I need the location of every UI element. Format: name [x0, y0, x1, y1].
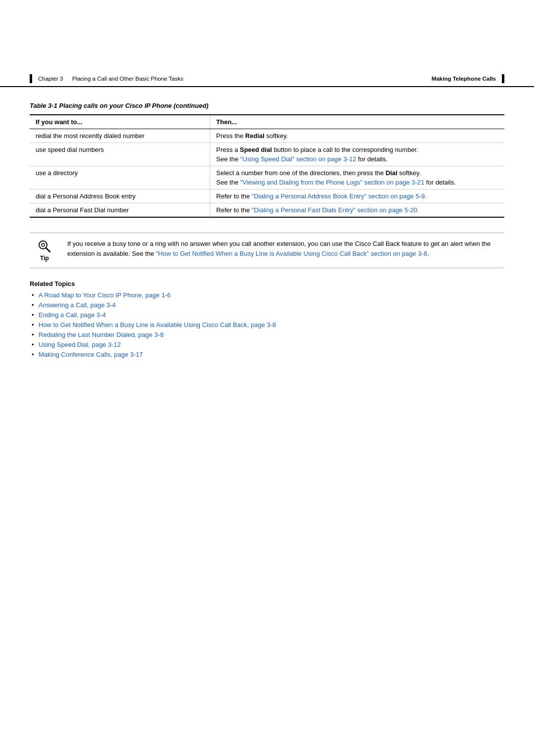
- header-left: Chapter 3 Placing a Call and Other Basic…: [30, 74, 183, 83]
- list-item: Using Speed Dial, page 3-12: [30, 341, 504, 348]
- related-link-2[interactable]: Answering a Call, page 3-4: [39, 301, 116, 309]
- svg-point-1: [42, 243, 44, 246]
- related-link-6[interactable]: Using Speed Dial, page 3-12: [39, 341, 121, 348]
- list-item: Redialing the Last Number Dialed, page 3…: [30, 331, 504, 338]
- list-item: Making Conference Calls, page 3-17: [30, 351, 504, 358]
- row1-col2: Press the Redial softkey.: [210, 129, 504, 143]
- row1-col1: redial the most recently dialed number: [30, 129, 210, 143]
- row2-col2: Press a Speed dial button to place a cal…: [210, 143, 504, 166]
- col1-header: If you want to...: [30, 115, 210, 129]
- related-link-7[interactable]: Making Conference Calls, page 3-17: [39, 351, 143, 358]
- row4-col1: dial a Personal Address Book entry: [30, 189, 210, 203]
- list-item: Ending a Call, page 3-4: [30, 311, 504, 319]
- list-item: How to Get Notified When a Busy Line is …: [30, 321, 504, 329]
- table-row: redial the most recently dialed number P…: [30, 129, 504, 143]
- address-book-link[interactable]: "Dialing a Personal Address Book Entry" …: [252, 192, 427, 200]
- row5-col1: dial a Personal Fast Dial number: [30, 203, 210, 218]
- related-topics-title: Related Topics: [30, 280, 504, 287]
- row2-col1: use speed dial numbers: [30, 143, 210, 166]
- speed-dial-link[interactable]: "Using Speed Dial" section on page 3-12: [240, 155, 356, 163]
- related-topics-list: A Road Map to Your Cisco IP Phone, page …: [30, 291, 504, 358]
- list-item: Answering a Call, page 3-4: [30, 301, 504, 309]
- main-content: Table 3-1 Placing calls on your Cisco IP…: [0, 87, 534, 380]
- row3-col2: Select a number from one of the director…: [210, 166, 504, 189]
- header-right: Making Telephone Calls: [432, 74, 504, 83]
- related-link-4[interactable]: How to Get Notified When a Busy Line is …: [39, 321, 276, 329]
- table-row: use a directory Select a number from one…: [30, 166, 504, 189]
- col2-header: Then...: [210, 115, 504, 129]
- related-link-3[interactable]: Ending a Call, page 3-4: [39, 311, 106, 319]
- chapter-title: Placing a Call and Other Basic Phone Tas…: [72, 76, 183, 82]
- row5-col2: Refer to the "Dialing a Personal Fast Di…: [210, 203, 504, 218]
- row3-col1: use a directory: [30, 166, 210, 189]
- related-link-5[interactable]: Redialing the Last Number Dialed, page 3…: [39, 331, 164, 338]
- tip-label: Tip: [40, 255, 49, 262]
- related-topics: Related Topics A Road Map to Your Cisco …: [30, 280, 504, 358]
- table-row: dial a Personal Fast Dial number Refer t…: [30, 203, 504, 218]
- section-title: Making Telephone Calls: [432, 76, 496, 82]
- tip-icon-area: Tip: [30, 239, 59, 262]
- row4-col2: Refer to the "Dialing a Personal Address…: [210, 189, 504, 203]
- tip-text: If you receive a busy tone or a ring wit…: [67, 239, 504, 258]
- fast-dial-link[interactable]: "Dialing a Personal Fast Dials Entry" se…: [252, 206, 419, 214]
- call-back-tip-link[interactable]: "How to Get Notified When a Busy Line is…: [156, 250, 427, 257]
- table-row: use speed dial numbers Press a Speed dia…: [30, 143, 504, 166]
- main-table: If you want to... Then... redial the mos…: [30, 114, 504, 218]
- tip-section: Tip If you receive a busy tone or a ring…: [30, 233, 504, 268]
- svg-line-2: [46, 248, 50, 252]
- page-container: Chapter 3 Placing a Call and Other Basic…: [0, 69, 534, 756]
- header-left-accent: [30, 74, 32, 83]
- tip-icon: [37, 239, 52, 254]
- list-item: A Road Map to Your Cisco IP Phone, page …: [30, 291, 504, 299]
- header-right-accent: [502, 74, 504, 83]
- table-row: dial a Personal Address Book entry Refer…: [30, 189, 504, 203]
- related-link-1[interactable]: A Road Map to Your Cisco IP Phone, page …: [39, 291, 171, 299]
- header-bar: Chapter 3 Placing a Call and Other Basic…: [0, 69, 534, 87]
- phone-logs-link[interactable]: "Viewing and Dialing from the Phone Logs…: [240, 179, 425, 186]
- table-caption: Table 3-1 Placing calls on your Cisco IP…: [30, 102, 504, 109]
- chapter-label: Chapter 3: [38, 76, 63, 82]
